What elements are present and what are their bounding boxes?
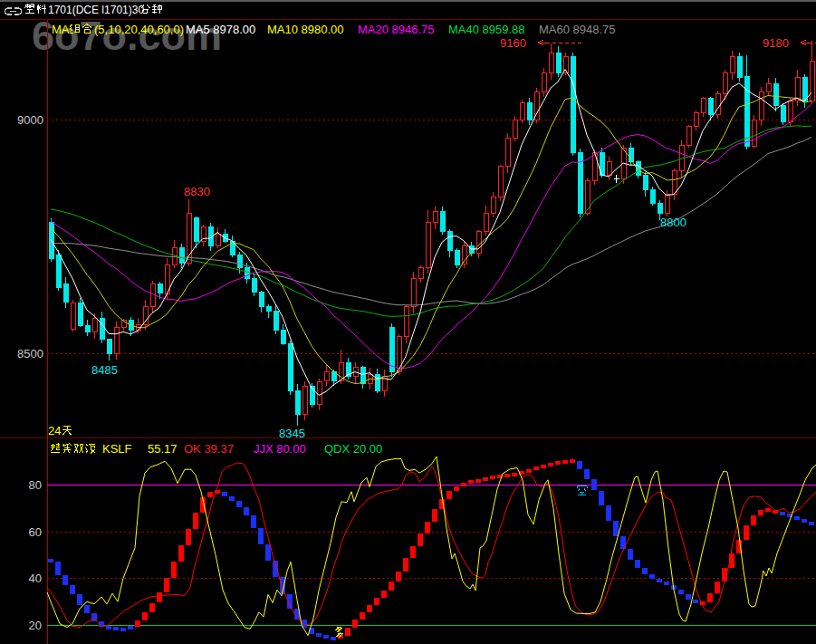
svg-text:9160: 9160 [500,36,526,50]
svg-text:8500: 8500 [17,347,43,360]
svg-text:QDX 20.00: QDX 20.00 [324,442,382,456]
svg-text:MA60 8948.75: MA60 8948.75 [539,23,616,36]
svg-text:8800: 8800 [660,216,686,229]
svg-text:8485: 8485 [91,363,118,377]
svg-text:8345: 8345 [279,427,305,440]
svg-text:OK 39.37: OK 39.37 [184,442,234,456]
svg-text:MA40 8959.88: MA40 8959.88 [448,23,525,36]
svg-text:8830: 8830 [184,185,210,198]
svg-text:KSLF: KSLF [102,442,132,456]
svg-text:MA10 8980.00: MA10 8980.00 [267,23,344,36]
svg-text:MA20 8946.75: MA20 8946.75 [358,23,435,36]
svg-text:MA: MA [52,23,70,36]
svg-text:MA5 8978.00: MA5 8978.00 [186,23,255,36]
svg-text:(5,10,20,40,60,0): (5,10,20,40,60,0) [94,23,184,36]
svg-text:JJX 80.00: JJX 80.00 [254,442,306,456]
svg-text:9180: 9180 [763,36,789,50]
svg-text:1701(DCE l1701)30: 1701(DCE l1701)30 [48,4,144,16]
svg-text:60: 60 [29,525,42,539]
svg-text:55.17: 55.17 [148,442,178,456]
svg-text:24: 24 [48,424,61,437]
svg-text:40: 40 [29,572,42,585]
svg-text:80: 80 [29,478,42,492]
svg-text:9000: 9000 [17,113,43,127]
svg-text:20: 20 [29,619,42,632]
